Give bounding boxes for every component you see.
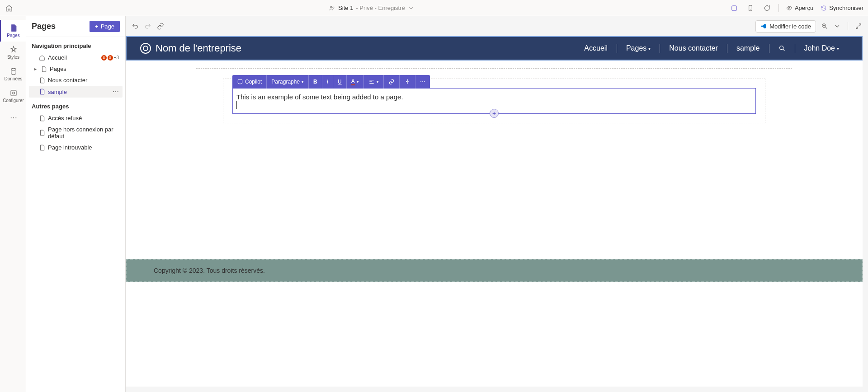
redo-icon[interactable] bbox=[144, 22, 152, 30]
file-icon bbox=[41, 66, 47, 72]
vscode-icon bbox=[760, 23, 767, 29]
et-align[interactable]: ▾ bbox=[364, 75, 384, 89]
add-component-button[interactable]: + bbox=[490, 109, 499, 118]
styles-icon bbox=[9, 46, 18, 54]
et-link[interactable] bbox=[384, 75, 400, 89]
et-underline[interactable]: U bbox=[333, 75, 347, 89]
tree-pages[interactable]: ▸ Pages bbox=[29, 63, 123, 75]
copilot-top-icon[interactable] bbox=[730, 4, 739, 13]
chevron-down-icon[interactable] bbox=[408, 5, 414, 11]
badge-icon: S bbox=[101, 55, 107, 61]
et-italic[interactable]: I bbox=[322, 75, 333, 89]
chat-icon[interactable] bbox=[762, 4, 771, 13]
chevron-down-icon[interactable] bbox=[833, 22, 841, 30]
site-title-bar[interactable]: Site 1 - Privé - Enregistré bbox=[14, 5, 730, 11]
ellipsis-icon: ⋯ bbox=[420, 79, 425, 85]
nav-sample[interactable]: sample bbox=[727, 44, 769, 52]
rail-styles[interactable]: Styles bbox=[0, 42, 26, 63]
panel-title: Pages bbox=[32, 22, 56, 31]
caret-down-icon: ▾ bbox=[837, 46, 839, 51]
tree-home[interactable]: Accueil S S +3 bbox=[29, 52, 123, 63]
chevron-right-icon[interactable]: ▸ bbox=[33, 66, 38, 71]
et-bold[interactable]: B bbox=[309, 75, 322, 89]
nav-user[interactable]: John Doe▾ bbox=[795, 44, 849, 52]
et-copilot[interactable]: Copilot bbox=[232, 75, 267, 89]
app-top-bar: Site 1 - Privé - Enregistré Aperçu Synch… bbox=[0, 0, 868, 16]
nav-contact[interactable]: Nous contacter bbox=[660, 44, 727, 52]
font-color-icon: A bbox=[351, 78, 355, 85]
plus-icon: + bbox=[492, 110, 496, 117]
rail-pages[interactable]: Pages bbox=[0, 20, 26, 42]
italic-icon: I bbox=[327, 79, 328, 85]
svg-line-10 bbox=[826, 27, 827, 28]
rail-configure[interactable]: Configurer bbox=[0, 85, 26, 107]
badge-icon: S bbox=[108, 55, 113, 61]
eye-icon bbox=[786, 5, 793, 11]
tree-not-found[interactable]: Page introuvable bbox=[29, 142, 123, 153]
expand-icon[interactable] bbox=[854, 22, 863, 30]
editor-text-content[interactable]: This is an example of some text being ad… bbox=[236, 93, 752, 101]
add-page-button[interactable]: + Page bbox=[90, 21, 120, 32]
svg-point-8 bbox=[12, 92, 14, 94]
rail-data[interactable]: Données bbox=[0, 63, 26, 85]
site-logo[interactable]: Nom de l'entreprise bbox=[140, 42, 241, 54]
nav-pages[interactable]: Pages▾ bbox=[617, 44, 660, 52]
tree-contact[interactable]: Nous contacter bbox=[29, 75, 123, 86]
configure-icon bbox=[9, 89, 18, 97]
caret-down-icon: ▾ bbox=[648, 46, 651, 51]
link-icon bbox=[388, 79, 395, 85]
et-paragraph[interactable]: Paragraphe ▾ bbox=[267, 75, 309, 89]
svg-point-1 bbox=[333, 7, 334, 8]
canvas-toolbar: Modifier le code bbox=[126, 16, 868, 36]
link-icon[interactable] bbox=[156, 22, 165, 30]
nav-home[interactable]: Accueil bbox=[575, 44, 617, 52]
site-footer[interactable]: Copyright © 2023. Tous droits réservés. bbox=[126, 259, 863, 282]
home-icon[interactable] bbox=[5, 4, 14, 13]
rich-text-toolbar: Copilot Paragraphe ▾ B I U A▾ bbox=[232, 75, 430, 89]
chevron-down-icon: ▾ bbox=[377, 79, 379, 84]
divider bbox=[848, 22, 848, 30]
pin-icon bbox=[404, 79, 410, 85]
bold-icon: B bbox=[313, 79, 317, 85]
text-cursor bbox=[236, 101, 237, 109]
tree-access-denied[interactable]: Accès refusé bbox=[29, 112, 123, 124]
people-icon bbox=[329, 5, 335, 11]
chevron-down-icon: ▾ bbox=[302, 79, 304, 84]
undo-icon[interactable] bbox=[131, 22, 139, 30]
zoom-icon[interactable] bbox=[821, 22, 829, 30]
et-pin[interactable] bbox=[400, 75, 415, 89]
tree-sample[interactable]: sample ⋯ bbox=[29, 86, 123, 98]
file-icon bbox=[39, 77, 45, 84]
content-section[interactable]: Copilot Paragraphe ▾ B I U A▾ bbox=[223, 79, 765, 123]
sync-button[interactable]: Synchroniser bbox=[821, 5, 863, 11]
site-preview: Nom de l'entreprise Accueil Pages▾ Nous … bbox=[126, 36, 863, 387]
chevron-down-icon: ▾ bbox=[357, 79, 359, 84]
site-navigation[interactable]: Nom de l'entreprise Accueil Pages▾ Nous … bbox=[126, 36, 863, 61]
canvas: Modifier le code Nom de l bbox=[126, 16, 868, 392]
file-icon bbox=[39, 115, 45, 121]
align-icon bbox=[368, 79, 375, 85]
search-icon bbox=[778, 45, 786, 52]
rail-more[interactable]: ⋯ bbox=[0, 107, 26, 128]
et-more[interactable]: ⋯ bbox=[415, 75, 430, 89]
svg-point-13 bbox=[779, 46, 783, 50]
tree-offline[interactable]: Page hors connexion par défaut bbox=[29, 124, 123, 142]
preview-button[interactable]: Aperçu bbox=[786, 5, 813, 11]
pages-icon bbox=[9, 24, 18, 32]
site-status: - Privé - Enregistré bbox=[356, 5, 405, 11]
nav-search[interactable] bbox=[769, 45, 795, 52]
more-icon[interactable]: ⋯ bbox=[113, 88, 119, 95]
svg-point-6 bbox=[11, 68, 16, 70]
plus-icon: + bbox=[95, 23, 99, 30]
et-font-color[interactable]: A▾ bbox=[347, 75, 364, 89]
other-pages-heading: Autres pages bbox=[26, 98, 125, 112]
svg-rect-2 bbox=[732, 5, 737, 10]
main-nav-heading: Navigation principale bbox=[26, 37, 125, 52]
edit-code-button[interactable]: Modifier le code bbox=[755, 20, 816, 33]
text-editor-block[interactable]: Copilot Paragraphe ▾ B I U A▾ bbox=[232, 88, 756, 114]
tablet-icon[interactable] bbox=[746, 4, 755, 13]
svg-line-14 bbox=[783, 49, 784, 51]
svg-rect-15 bbox=[238, 79, 242, 84]
left-rail: Pages Styles Données Configurer ⋯ bbox=[0, 16, 26, 392]
sync-icon bbox=[821, 5, 827, 11]
